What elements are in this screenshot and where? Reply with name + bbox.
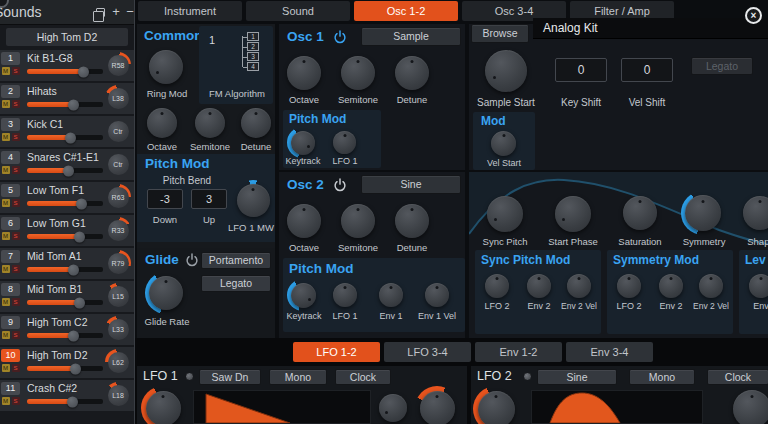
vel-shift-field[interactable]: 0 <box>621 58 673 82</box>
slider-handle[interactable] <box>68 330 79 341</box>
pan-knob[interactable]: Ctr <box>108 154 129 175</box>
level-slider[interactable] <box>27 69 103 74</box>
sp-env2-knob[interactable] <box>527 274 551 298</box>
tab-env-1-2[interactable]: Env 1-2 <box>475 342 562 362</box>
level-slider[interactable] <box>27 399 103 404</box>
common-octave-knob[interactable] <box>147 108 177 138</box>
lfo1-rate-knob[interactable] <box>141 386 185 424</box>
solo-button[interactable]: S <box>12 265 20 273</box>
slider-handle[interactable] <box>74 231 85 242</box>
mute-button[interactable]: M <box>2 199 10 207</box>
osc1-power-icon[interactable] <box>333 30 347 44</box>
osc1-keytrack-knob[interactable] <box>287 127 318 158</box>
pan-knob[interactable]: Ctr <box>108 121 129 142</box>
slider-handle[interactable] <box>76 198 87 209</box>
lfo1-sync-button[interactable]: Clock <box>335 369 391 385</box>
solo-button[interactable]: S <box>12 331 20 339</box>
sp-env2-vel-knob[interactable] <box>567 274 591 298</box>
lfo2-mode-button[interactable]: Mono <box>629 369 695 385</box>
symmetry-knob[interactable] <box>681 191 725 235</box>
mute-button[interactable]: M <box>2 298 10 306</box>
sym-lfo2-knob[interactable] <box>617 274 641 298</box>
lfo1-wave-button[interactable]: Saw Dn <box>199 369 261 385</box>
level-slider[interactable] <box>27 168 103 173</box>
saturation-knob[interactable] <box>623 196 657 230</box>
pan-knob[interactable]: L62 <box>108 352 129 373</box>
solo-button[interactable]: S <box>12 199 20 207</box>
osc2-keytrack-knob[interactable] <box>287 279 319 311</box>
sym-env2-knob[interactable] <box>659 274 683 298</box>
level-slider[interactable] <box>27 201 103 206</box>
level-slider[interactable] <box>27 366 103 371</box>
slider-handle[interactable] <box>78 66 89 77</box>
selected-sound-selector[interactable]: High Tom D2 <box>6 28 128 46</box>
pan-knob[interactable]: R63 <box>108 187 129 208</box>
tab-lfo-1-2[interactable]: LFO 1-2 <box>293 342 380 362</box>
level-slider[interactable] <box>27 300 103 305</box>
slider-handle[interactable] <box>63 165 74 176</box>
level-slider[interactable] <box>27 102 103 107</box>
solo-button[interactable]: S <box>12 166 20 174</box>
pan-knob[interactable]: R33 <box>108 220 129 241</box>
sp-lfo2-knob[interactable] <box>485 274 509 298</box>
lfo2-sync-button[interactable]: Clock <box>707 369 768 385</box>
slider-handle[interactable] <box>74 297 85 308</box>
key-shift-field[interactable]: 0 <box>555 58 607 82</box>
sym-env2-vel-knob[interactable] <box>699 274 723 298</box>
pitch-bend-down-field[interactable]: -3 <box>147 189 183 209</box>
mute-button[interactable]: M <box>2 100 10 108</box>
level-slider[interactable] <box>27 333 103 338</box>
slider-handle[interactable] <box>70 363 81 374</box>
tab-osc-1-2[interactable]: Osc 1-2 <box>354 1 458 21</box>
solo-button[interactable]: S <box>12 232 20 240</box>
osc1-octave-knob[interactable] <box>287 56 321 90</box>
common-semitone-knob[interactable] <box>195 108 225 138</box>
mute-button[interactable]: M <box>2 397 10 405</box>
ring-mod-knob[interactable] <box>149 50 183 84</box>
osc2-lfo1-knob[interactable] <box>333 283 357 307</box>
tab-env-3-4[interactable]: Env 3-4 <box>566 342 653 362</box>
vel-start-knob[interactable] <box>491 131 516 156</box>
lfo1-mw-knob[interactable] <box>233 180 273 220</box>
sample-start-knob[interactable] <box>483 48 529 94</box>
osc1-semitone-knob[interactable] <box>341 56 375 90</box>
osc2-power-icon[interactable] <box>333 178 347 192</box>
osc2-env1-vel-knob[interactable] <box>425 283 449 307</box>
sound-row[interactable]: 7 M S Mid Tom A1 R79 <box>0 248 134 279</box>
lfo2-wave-button[interactable]: Sine <box>537 369 617 385</box>
lfo1-depth-knob[interactable] <box>415 386 459 424</box>
pan-knob[interactable]: L15 <box>108 286 129 307</box>
solo-button[interactable]: S <box>12 397 20 405</box>
sync-pitch-knob[interactable] <box>487 196 523 232</box>
browse-button[interactable]: Browse <box>471 24 529 43</box>
tab-lfo-3-4[interactable]: LFO 3-4 <box>384 342 471 362</box>
solo-button[interactable]: S <box>12 298 20 306</box>
pitch-bend-up-field[interactable]: 3 <box>191 189 227 209</box>
level-slider[interactable] <box>27 135 103 140</box>
pan-knob[interactable]: L33 <box>108 319 129 340</box>
mute-button[interactable]: M <box>2 331 10 339</box>
lfo1-aux-knob[interactable] <box>379 394 407 422</box>
mute-button[interactable]: M <box>2 364 10 372</box>
duplicate-sound-icon[interactable] <box>96 8 105 17</box>
solo-button[interactable]: S <box>12 364 20 372</box>
osc2-wave-dropdown[interactable]: Sine <box>361 175 461 194</box>
lfo2-rate-knob[interactable] <box>473 386 519 424</box>
sound-row[interactable]: 11 M S Crash C#2 L18 <box>0 380 134 411</box>
glide-rate-knob[interactable] <box>145 272 187 314</box>
portamento-button[interactable]: Portamento <box>201 252 271 269</box>
lfo2-aux-knob[interactable] <box>733 390 768 424</box>
mute-button[interactable]: M <box>2 232 10 240</box>
sound-row[interactable]: 8 M S Mid Tom B1 L15 <box>0 281 134 312</box>
mute-button[interactable]: M <box>2 67 10 75</box>
sound-row[interactable]: 1 M S Kit B1-G8 R58 <box>0 50 134 81</box>
mute-button[interactable]: M <box>2 265 10 273</box>
osc2-octave-knob[interactable] <box>287 204 321 238</box>
osc1-lfo1-knob[interactable] <box>333 131 356 154</box>
level-slider[interactable] <box>27 234 103 239</box>
osc2-detune-knob[interactable] <box>395 204 429 238</box>
slider-handle[interactable] <box>68 264 79 275</box>
solo-button[interactable]: S <box>12 67 20 75</box>
sound-row[interactable]: 3 M S Kick C1 Ctr <box>0 116 134 147</box>
tab-sound[interactable]: Sound <box>246 1 350 21</box>
